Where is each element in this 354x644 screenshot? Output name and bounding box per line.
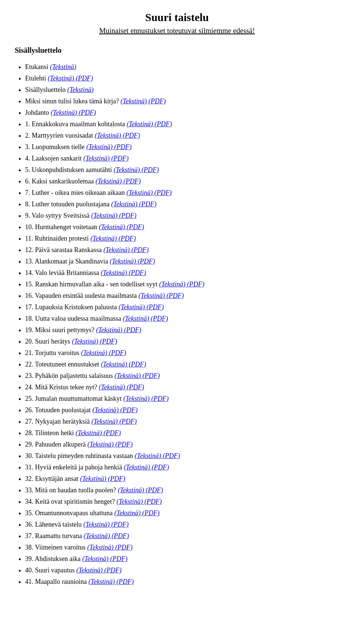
list-item: 31. Hyviä enkeleitä ja pahoja henkiä (Te… — [25, 462, 339, 472]
item-suffix[interactable]: (Tekstinä) (PDF) — [110, 258, 155, 265]
list-item: 12. Päivä sarastaa Ranskassa (Tekstinä) … — [25, 245, 339, 255]
item-suffix[interactable]: (Tekstinä) (PDF) — [118, 486, 163, 494]
item-suffix[interactable]: (Tekstinä) (PDF) — [48, 75, 93, 82]
item-label: 35. Omantunnonvapaus uhattuna — [25, 509, 114, 517]
item-suffix[interactable]: (Tekstinä) (PDF) — [126, 189, 172, 196]
list-item: 28. Tilinteon hetki (Tekstinä) (PDF) — [25, 428, 339, 438]
item-suffix[interactable]: (Tekstinä) (PDF) — [80, 475, 125, 482]
list-item: 4. Laaksojen sankarit (Tekstinä) (PDF) — [25, 154, 339, 163]
item-suffix[interactable]: (Tekstinä) (PDF) — [96, 178, 141, 185]
item-suffix[interactable]: (Tekstinä) (PDF) — [111, 200, 156, 208]
list-item: 15. Ranskan hirmuvallan aika - sen todel… — [25, 279, 339, 289]
item-label: 38. Viimeinen varoitus — [25, 544, 87, 551]
item-suffix[interactable]: (Tekstinä) (PDF) — [95, 132, 140, 139]
item-label: 5. Uskonpuhdistuksen aamutähti — [25, 166, 114, 173]
list-item: 27. Nykyajan herätyksiä (Tekstinä) (PDF) — [25, 417, 339, 427]
item-suffix[interactable]: (Tekstinä) (PDF) — [83, 521, 129, 528]
list-item: 9. Valo syttyy Sveitsissä (Tekstinä) (PD… — [25, 211, 339, 221]
item-label: 30. Taistelu pimeyden ruhtinasta vastaan — [25, 452, 135, 459]
item-suffix[interactable]: (Tekstinä) (PDF) — [83, 155, 129, 162]
item-suffix[interactable]: (Tekstinä) (PDF) — [91, 212, 136, 219]
item-label: 33. Mitä on haudan tuolla puolen? — [25, 486, 118, 494]
item-suffix[interactable]: (Tekstinä) (PDF) — [76, 429, 121, 437]
list-item: Miksi sinun tulisi lukea tämä kirja? (Te… — [25, 96, 339, 106]
item-label: 36. Lähenevä taistelu — [25, 521, 83, 528]
item-suffix[interactable]: (Tekstinä) (PDF) — [92, 406, 138, 414]
item-suffix[interactable]: (Tekstinä) (PDF) — [96, 326, 142, 334]
item-label: 15. Ranskan hirmuvallan aika - sen todel… — [25, 280, 159, 288]
list-item: 6. Kaksi sankarikuolemaa (Tekstinä) (PDF… — [25, 176, 339, 186]
item-suffix[interactable]: (Tekstinä) (PDF) — [117, 498, 162, 505]
item-suffix[interactable]: (Tekstinä) (PDF) — [91, 418, 137, 425]
list-item: 18. Uutta valoa uudessa maailmassa (Teks… — [25, 314, 339, 324]
list-item: 16. Vapauden etsintää uudesta maailmasta… — [25, 291, 339, 301]
list-item: 2. Marttyyrien vuosisadat (Tekstinä) (PD… — [25, 131, 339, 141]
page-subtitle: Muinaiset ennustukset toteutuvat silmiem… — [15, 27, 339, 35]
item-suffix[interactable]: (Tekstinä) (PDF) — [114, 509, 160, 517]
item-suffix[interactable]: (Tekstinä) (PDF) — [101, 269, 146, 276]
item-suffix[interactable]: (Tekstinä) (PDF) — [139, 292, 184, 299]
item-suffix[interactable]: (Tekstinä) (PDF) — [72, 338, 117, 345]
item-suffix[interactable]: (Tekstinä) (PDF) — [87, 544, 133, 551]
item-suffix[interactable]: (Tekstinä) (PDF) — [101, 361, 146, 368]
list-item: 26. Totuuden puolustajat (Tekstinä) (PDF… — [25, 405, 339, 415]
item-suffix[interactable]: (Tekstinä) (PDF) — [123, 315, 168, 322]
item-label: 32. Eksyttäjän ansat — [25, 475, 80, 482]
list-item: Johdanto (Tekstinä) (PDF) — [25, 108, 339, 118]
list-item: 33. Mitä on haudan tuolla puolen? (Tekst… — [25, 485, 339, 495]
item-suffix[interactable]: (Tekstinä) (PDF) — [87, 441, 133, 448]
item-suffix[interactable]: (Tekstinä) (PDF) — [114, 166, 159, 173]
item-suffix[interactable]: (Tekstinä) (PDF) — [118, 303, 164, 311]
item-label: 40. Suuri vapautus — [25, 566, 76, 574]
item-label: 9. Valo syttyy Sveitsissä — [25, 212, 91, 219]
list-item: 5. Uskonpuhdistuksen aamutähti (Tekstinä… — [25, 165, 339, 175]
item-suffix[interactable]: (Tekstinä) (PDF) — [99, 223, 144, 231]
item-label: 31. Hyviä enkeleitä ja pahoja henkiä — [25, 464, 124, 471]
item-label: 37. Raamattu turvana — [25, 532, 84, 540]
item-suffix[interactable]: (Tekstinä) — [67, 86, 94, 93]
item-label: 17. Lupauksia Kristuksen paluusta — [25, 303, 118, 311]
list-item: 37. Raamattu turvana (Tekstinä) (PDF) — [25, 531, 339, 541]
item-suffix[interactable]: (Tekstinä) (PDF) — [76, 566, 122, 574]
item-label: Sisällysluettelo — [25, 86, 67, 93]
list-item: 1. Ennakkokuva maailman kohtalosta (Teks… — [25, 119, 339, 129]
item-label: 7. Luther - oikea mies oikeaan aikaan — [25, 189, 126, 196]
item-suffix[interactable]: (Tekstinä) (PDF) — [81, 349, 126, 357]
item-suffix[interactable]: (Tekstinä) (PDF) — [114, 372, 160, 379]
item-suffix[interactable]: (Tekstinä) (PDF) — [88, 578, 134, 585]
item-label: 13. Alankomaat ja Skandinavia — [25, 258, 110, 265]
item-label: 19. Miksi suuri pettymys? — [25, 326, 96, 334]
item-suffix[interactable]: (Tekstinä) (PDF) — [126, 120, 172, 128]
list-item: 3. Luopumuksen tielle (Tekstinä) (PDF) — [25, 142, 339, 152]
list-item: 13. Alankomaat ja Skandinavia (Tekstinä)… — [25, 256, 339, 266]
item-suffix[interactable]: (Tekstinä) (PDF) — [86, 143, 132, 151]
item-label: 39. Ahdistuksen aika — [25, 555, 82, 562]
item-suffix[interactable]: (Tekstinä) (PDF) — [159, 280, 204, 288]
list-item: 39. Ahdistuksen aika (Tekstinä) (PDF) — [25, 554, 339, 564]
list-item: Etukansi (Tekstinä) — [25, 62, 339, 72]
item-label: 10. Hurmahenget voitetaan — [25, 223, 99, 231]
item-label: 11. Ruhtinaiden protesti — [25, 235, 90, 242]
item-suffix[interactable]: (Tekstinä) (PDF) — [135, 452, 180, 459]
item-label: 24. Mitä Kristus tekee nyt? — [25, 383, 99, 391]
item-suffix[interactable]: (Tekstinä) (PDF) — [51, 109, 96, 116]
list-item: 7. Luther - oikea mies oikeaan aikaan (T… — [25, 188, 339, 198]
item-label: 25. Jumalan muuttumattomat käskyt — [25, 395, 123, 402]
list-item: 36. Lähenevä taistelu (Tekstinä) (PDF) — [25, 520, 339, 530]
item-label: 2. Marttyyrien vuosisadat — [25, 132, 95, 139]
item-suffix[interactable]: (Tekstinä) (PDF) — [82, 555, 128, 562]
item-label: 12. Päivä sarastaa Ranskassa — [25, 246, 103, 254]
list-item: 29. Pahuuden alkuperä (Tekstinä) (PDF) — [25, 440, 339, 450]
item-suffix[interactable]: (Tekstinä) (PDF) — [121, 97, 166, 105]
item-suffix[interactable]: (Tekstinä) (PDF) — [123, 395, 169, 402]
item-suffix[interactable]: (Tekstinä) (PDF) — [124, 464, 169, 471]
list-item: 11. Ruhtinaiden protesti (Tekstinä) (PDF… — [25, 234, 339, 244]
item-suffix[interactable]: (Tekstinä) (PDF) — [103, 246, 149, 254]
item-suffix[interactable]: (Tekstinä) (PDF) — [84, 532, 129, 540]
item-suffix[interactable]: (Tekstinä) — [50, 63, 76, 70]
item-label: 6. Kaksi sankarikuolemaa — [25, 178, 96, 185]
item-label: Johdanto — [25, 109, 51, 116]
item-suffix[interactable]: (Tekstinä) (PDF) — [99, 383, 144, 391]
item-label: Etukansi — [25, 63, 50, 70]
item-suffix[interactable]: (Tekstinä) (PDF) — [90, 235, 136, 242]
